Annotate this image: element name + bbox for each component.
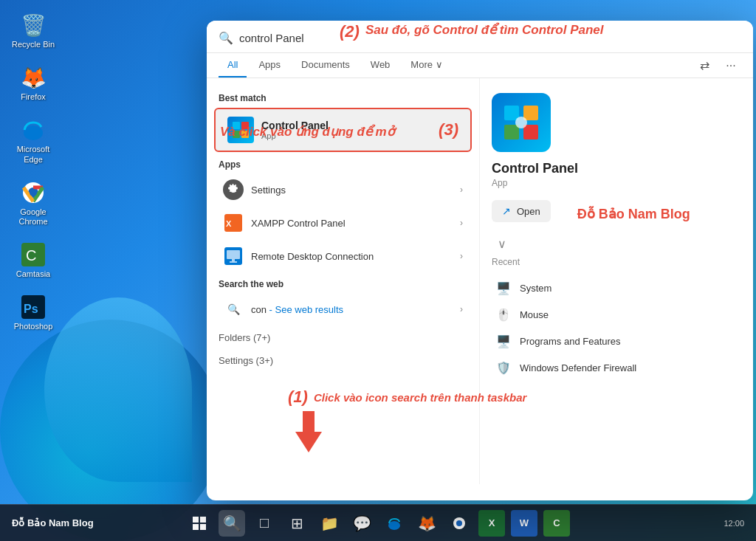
system-name: System [520,283,551,294]
expand-button[interactable]: ∨ [492,234,741,254]
right-app-name: Control Panel [492,161,741,176]
rdp-icon [223,246,244,266]
recycle-bin-icon: 🗑️ [20,12,47,38]
camtasia-icon: C [20,241,47,268]
step3-badge: (3) [439,120,458,139]
settings-app-name: Settings [251,185,460,196]
tab-documents[interactable]: Documents [292,53,359,77]
svg-rect-15 [227,250,240,259]
svg-rect-10 [233,131,240,138]
best-match-label: Best match [207,87,479,106]
right-panel-app-icon [492,93,551,152]
taskbar-widgets-button[interactable]: ⊞ [284,510,310,537]
app-item-rdp[interactable]: Remote Desktop Connection › [211,240,475,272]
programs-icon: 🖥️ [495,332,512,350]
chrome-icon [20,179,47,206]
taskbar-word-pinned[interactable]: W [511,510,537,537]
svg-point-3 [30,189,37,196]
desktop-icon-edge[interactable]: Microsoft Edge [7,112,59,168]
svg-point-22 [515,117,527,128]
taskbar-right: 12:00 [724,519,744,528]
recent-item-mouse[interactable]: 🖱️ Mouse [492,301,741,328]
taskbar-chrome-pinned[interactable] [446,510,472,537]
firefox-icon: 🦊 [20,64,47,91]
rdp-app-name: Remote Desktop Connection [251,251,460,262]
folders-item[interactable]: Folders (7+) [207,326,479,349]
tab-apps[interactable]: Apps [250,53,289,77]
search-right-panel: Control Panel App ↗ Open Đỗ Bảo Nam Blog… [480,78,753,484]
edge-icon [20,117,47,143]
settings-arrow-icon: › [460,185,463,195]
svg-rect-8 [233,122,240,129]
recycle-bin-label: Recycle Bin [12,40,55,49]
desktop-icon-photoshop[interactable]: Ps Photoshop [7,289,59,336]
taskbar: Đỗ Bảo Nam Blog 🔍 □ ⊞ 📁 💬 🦊 X W C 12:00 [0,504,756,541]
web-search-label: Search the web [207,273,479,292]
search-bar-container: 🔍 [207,21,753,53]
app-item-xampp[interactable]: X XAMPP Control Panel › [211,207,475,239]
recent-item-system[interactable]: 🖥️ System [492,275,741,301]
search-content: Best match Control Panel App (3) Apps [207,78,753,484]
search-share-icon[interactable]: ⇄ [694,55,715,76]
search-bar-icon: 🔍 [219,31,233,45]
apps-section-label: Apps [207,154,479,173]
recent-label: Recent [492,257,741,267]
photoshop-label: Photoshop [14,322,53,331]
right-app-type: App [492,178,741,188]
tab-more[interactable]: More ∨ [402,53,451,77]
search-more-icon[interactable]: ··· [721,55,741,76]
recent-item-firewall[interactable]: 🛡️ Windows Defender Firewall [492,354,741,381]
taskbar-explorer-button[interactable]: 📁 [316,510,343,537]
edge-label: Microsoft Edge [10,145,56,164]
desktop-icon-firefox[interactable]: 🦊 Firefox [7,60,59,106]
control-panel-icon [227,117,254,143]
svg-point-29 [456,520,462,526]
web-search-suffix: - See web results [269,304,343,315]
svg-rect-19 [523,106,538,120]
mouse-name: Mouse [520,309,549,320]
chrome-label: Google Chrome [10,207,56,227]
taskbar-edge-pinned[interactable] [381,510,408,537]
xampp-icon: X [223,213,244,233]
taskbar-chat-button[interactable]: 💬 [348,510,375,537]
svg-text:C: C [26,247,36,263]
svg-rect-25 [193,524,199,530]
recent-item-programs[interactable]: 🖥️ Programs and Features [492,328,741,354]
taskbar-search-button[interactable]: 🔍 [219,510,245,537]
taskbar-camtasia-pinned[interactable]: C [543,510,570,537]
taskbar-center: 🔍 □ ⊞ 📁 💬 🦊 X W C [186,510,570,537]
web-search-text: con - See web results [251,304,343,315]
best-match-type: App [261,131,329,140]
svg-rect-11 [241,131,249,138]
svg-rect-18 [504,106,519,120]
taskbar-excel-pinned[interactable]: X [478,510,505,537]
settings-app-icon [223,179,244,200]
best-match-control-panel[interactable]: Control Panel App (3) [214,108,472,152]
mouse-icon: 🖱️ [495,306,512,323]
taskbar-firefox-pinned[interactable]: 🦊 [413,510,440,537]
web-search-item[interactable]: 🔍 con - See web results › [211,293,475,325]
system-icon: 🖥️ [495,279,512,297]
app-item-settings[interactable]: Settings › [211,173,475,206]
svg-rect-17 [230,261,237,263]
svg-point-27 [388,521,400,530]
tab-all[interactable]: All [219,53,247,77]
rdp-arrow-icon: › [460,251,463,261]
firewall-name: Windows Defender Firewall [520,362,636,373]
desktop-icon-recycle-bin[interactable]: 🗑️ Recycle Bin [7,7,59,54]
svg-rect-23 [193,517,199,523]
web-search-arrow: › [460,304,463,314]
web-search-query: con [251,304,267,315]
firefox-label: Firefox [21,92,46,102]
taskbar-start-button[interactable] [186,510,213,537]
desktop-icon-chrome[interactable]: Google Chrome [7,175,59,231]
search-input[interactable] [239,32,741,44]
open-button[interactable]: ↗ Open [492,200,551,222]
tab-web[interactable]: Web [362,53,399,77]
taskbar-time: 12:00 [724,519,744,528]
desktop-icon-camtasia[interactable]: C Camtasia [7,237,59,283]
taskbar-brand: Đỗ Bảo Nam Blog [12,517,94,528]
settings-item[interactable]: Settings (3+) [207,349,479,372]
taskbar-taskview-button[interactable]: □ [251,510,278,537]
xampp-arrow-icon: › [460,218,463,228]
